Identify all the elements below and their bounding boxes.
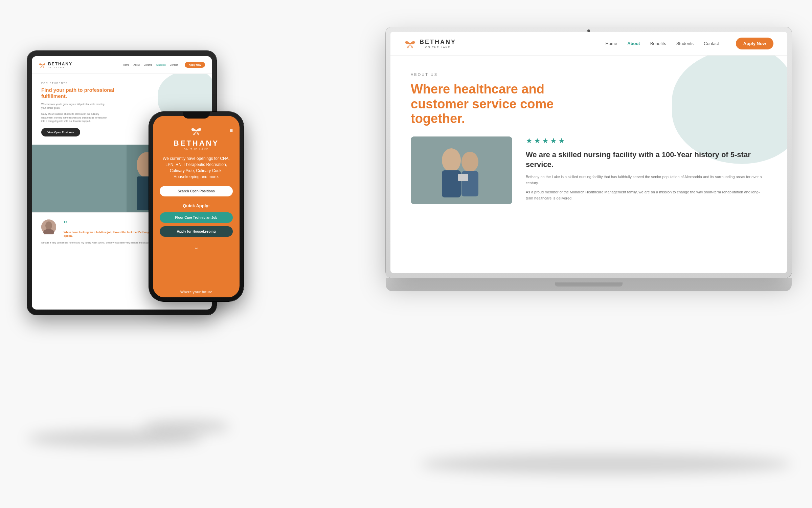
svg-rect-3 [442,170,461,197]
tablet-butterfly-icon [39,62,46,68]
phone-housekeeping-button[interactable]: Apply for Housekeeping [160,226,233,237]
tablet-nav-students[interactable]: Students [156,64,166,66]
svg-point-2 [442,148,461,172]
svg-point-0 [409,43,411,44]
photo-svg [411,136,512,204]
tablet-logo: BETHANY ON THE LAKE [39,62,72,68]
tablet-body-1: We empower you to grow to your full pote… [41,103,109,110]
phone-quick-apply-label: Quick Apply: [183,203,210,208]
tablet-logo-text: BETHANY ON THE LAKE [48,62,72,68]
laptop-logo-text: BETHANY ON THE LAKE [420,39,456,49]
tablet-bethany-name: BETHANY [48,62,72,66]
laptop-navbar: BETHANY ON THE LAKE Home About Benefits … [390,32,787,56]
phone-hamburger-icon[interactable]: ≡ [230,128,233,134]
testimonial-avatar [41,219,56,234]
tablet-hero-headline: Find your path to professional fulfillme… [41,87,116,99]
facility-desc-1: Bethany on the Lake is a skilled nursing… [526,174,767,186]
laptop-hero-headline: Where healthcare and customer service co… [411,82,580,126]
phone-floor-care-button[interactable]: Floor Care Technician Job [160,212,233,223]
laptop-text-content: ★ ★ ★ ★ ★ We are a skilled nursing facil… [526,136,767,205]
tablet-nav-links: Home About Benefits Students Contact App… [123,62,205,68]
phone-chevron-down-icon[interactable]: ⌄ [194,244,199,251]
laptop-shadow [420,454,792,474]
phone-bottom-text: Where your future [153,290,240,294]
nav-link-about[interactable]: About [627,41,640,46]
main-scene: BETHANY ON THE LAKE Home About Benefits … [0,0,812,508]
laptop-device: BETHANY ON THE LAKE Home About Benefits … [386,27,792,291]
phone-shadow [142,420,230,433]
laptop-nav-links: Home About Benefits Students Contact App… [605,38,773,49]
view-open-positions-button[interactable]: View Open Positions [41,128,80,136]
laptop-apply-button[interactable]: Apply Now [736,38,773,49]
svg-point-17 [196,130,197,131]
star-1: ★ [526,136,533,145]
laptop-hero: ABOUT US Where healthcare and customer s… [390,56,787,252]
laptop-frame: BETHANY ON THE LAKE Home About Benefits … [386,27,792,278]
phone-on-lake: ON THE LAKE [174,148,219,151]
svg-rect-6 [458,174,468,181]
laptop-content-row: ★ ★ ★ ★ ★ We are a skilled nursing facil… [411,136,767,205]
phone-bethany-name: BETHANY [174,139,219,148]
phone-frame: ≡ BETHANY ON THE LAKE We currently have … [149,112,244,301]
phone-header: ≡ [160,126,233,135]
star-5: ★ [558,136,565,145]
phone-tagline: We currently have openings for CNA, LPN,… [160,155,233,180]
star-4: ★ [550,136,557,145]
phone-content: ≡ BETHANY ON THE LAKE We currently have … [153,116,240,297]
tablet-nav-contact[interactable]: Contact [170,64,178,66]
laptop-base [386,278,792,291]
tablet-nav-home[interactable]: Home [123,64,130,66]
tablet-on-lake: ON THE LAKE [48,66,72,68]
laptop-logo: BETHANY ON THE LAKE [404,39,456,49]
laptop-photo [411,136,512,204]
tablet-navbar: BETHANY ON THE LAKE Home About Benefits … [32,56,212,74]
bethany-brand-name: BETHANY [420,39,456,46]
tablet-nav-about[interactable]: About [133,64,139,66]
svg-point-4 [461,152,478,172]
on-the-lake-text: ON THE LAKE [420,46,456,49]
phone-butterfly-icon [190,126,202,135]
laptop-screen: BETHANY ON THE LAKE Home About Benefits … [390,32,787,273]
nav-link-home[interactable]: Home [605,41,617,46]
phone-device: ≡ BETHANY ON THE LAKE We currently have … [149,112,244,301]
stars-row: ★ ★ ★ ★ ★ [526,136,767,145]
phone-search-open-positions-button[interactable]: Search Open Positions [160,186,233,196]
nav-link-students[interactable]: Students [676,41,694,46]
avatar-svg [41,219,56,234]
nav-link-contact[interactable]: Contact [704,41,719,46]
svg-point-7 [42,64,43,65]
facility-desc-2: As a proud member of the Monarch Healthc… [526,189,767,201]
facility-headline: We are a skilled nursing facility with a… [526,150,767,169]
tablet-apply-button[interactable]: Apply Now [185,62,205,68]
tablet-nav-benefits[interactable]: Benefits [144,64,152,66]
butterfly-icon [404,39,416,48]
star-2: ★ [534,136,541,145]
laptop-hinge-notch [555,282,623,287]
photo-placeholder [411,136,512,204]
svg-rect-1 [411,136,512,204]
star-3: ★ [542,136,549,145]
phone-screen: ≡ BETHANY ON THE LAKE We currently have … [153,116,240,297]
svg-point-15 [45,221,52,230]
tablet-body-2: Many of our students choose to start out… [41,112,109,123]
nav-link-benefits[interactable]: Benefits [650,41,666,46]
about-us-label: ABOUT US [411,72,767,77]
phone-notch [183,112,210,119]
phone-logo-text: BETHANY ON THE LAKE [174,139,219,151]
